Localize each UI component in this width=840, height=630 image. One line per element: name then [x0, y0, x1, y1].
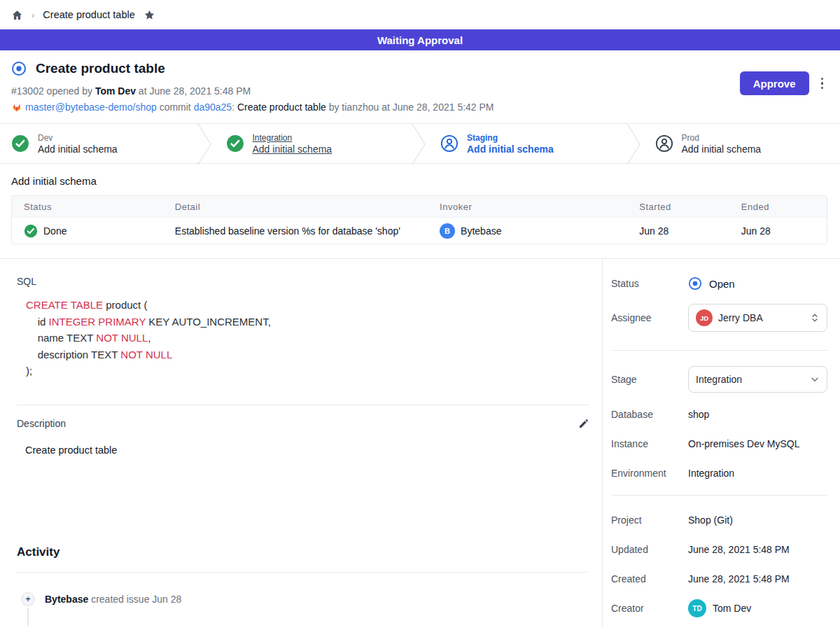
vcs-commit-hash-link[interactable]: da90a25: [194, 102, 232, 113]
environment-label: Environment: [611, 468, 688, 479]
sql-section-label: SQL: [17, 276, 589, 287]
home-icon[interactable]: [11, 9, 23, 21]
check-circle-icon: [11, 134, 29, 153]
stage-task-label: Add initial schema: [38, 144, 118, 155]
open-status-icon: [688, 276, 702, 290]
activity-title: Activity: [17, 545, 589, 559]
column-header-detail: Detail: [175, 202, 440, 212]
stage-staging[interactable]: Staging Add initial schema: [426, 124, 626, 163]
project-value: Shop (Git): [688, 514, 733, 526]
column-header-invoker: Invoker: [440, 202, 639, 212]
stage-select[interactable]: Integration: [688, 366, 827, 393]
description-label: Description: [17, 418, 66, 429]
divider: [611, 495, 827, 496]
column-header-ended: Ended: [741, 202, 827, 212]
creator-label: Creator: [611, 603, 688, 614]
task-status-text: Done: [43, 225, 66, 237]
created-label: Created: [611, 573, 688, 584]
stage-separator: [411, 124, 426, 164]
person-circle-icon: [655, 134, 673, 153]
approve-button[interactable]: Approve: [740, 71, 809, 95]
issue-sidebar: Status Open Assignee JD Jerry DBA Stage …: [602, 259, 840, 626]
vcs-colon: :: [232, 102, 237, 113]
stage-env-label: Dev: [38, 133, 118, 143]
plus-icon: +: [21, 592, 35, 606]
edit-pencil-icon[interactable]: [578, 418, 589, 429]
approval-banner-text: Waiting Approval: [377, 34, 463, 46]
done-check-icon: [24, 224, 38, 238]
status-label: Status: [611, 278, 688, 289]
task-detail-text: Established baseline version %s for data…: [175, 225, 440, 237]
stage-integration[interactable]: Integration Add initial schema: [212, 124, 412, 163]
stage-env-label: Prod: [682, 133, 762, 143]
description-text: Create product table: [17, 444, 589, 456]
created-value: June 28, 2021 5:48 PM: [688, 573, 790, 584]
vcs-branch-repo-link[interactable]: master@bytebase-demo/shop: [25, 102, 157, 113]
vcs-commit-word: commit: [157, 102, 194, 113]
stage-separator: [197, 124, 212, 164]
status-value-text: Open: [709, 278, 735, 290]
issue-meta: #13002 opened by Tom Dev at June 28, 202…: [11, 85, 829, 97]
updated-label: Updated: [611, 544, 688, 555]
person-circle-icon: [440, 134, 458, 153]
check-circle-icon: [226, 134, 244, 153]
gitlab-icon: [11, 102, 22, 113]
divider: [611, 350, 827, 351]
database-value: shop: [688, 409, 709, 420]
task-section: Add initial schema Status Detail Invoker…: [0, 164, 840, 244]
activity-action: created issue Jun 28: [88, 594, 181, 605]
breadcrumb-page-link[interactable]: Create product table: [43, 9, 134, 20]
creator-value-text: Tom Dev: [713, 603, 751, 614]
star-icon[interactable]: [144, 9, 155, 21]
assignee-label: Assignee: [611, 312, 688, 323]
database-label: Database: [611, 409, 688, 420]
column-header-status: Status: [12, 202, 175, 212]
stage-dev[interactable]: Dev Add initial schema: [0, 124, 197, 163]
more-actions-button[interactable]: [820, 75, 825, 92]
sql-code: CREATE TABLE product ( id INTEGER PRIMAR…: [17, 297, 589, 379]
issue-header: Create product table #13002 opened by To…: [0, 50, 840, 113]
updown-chevron-icon: [810, 313, 820, 323]
task-invoker-text: Bytebase: [461, 225, 501, 237]
environment-value: Integration: [688, 468, 734, 479]
stage-task-link[interactable]: Add initial schema: [253, 144, 332, 155]
issue-body: SQL CREATE TABLE product ( id INTEGER PR…: [0, 259, 602, 626]
column-header-started: Started: [639, 202, 741, 212]
stage-task-label: Add initial schema: [467, 144, 554, 155]
stage-label: Stage: [611, 374, 688, 385]
activity-actor: Bytebase: [45, 594, 88, 605]
creator-avatar: TD: [688, 599, 706, 617]
stage-task-label: Add initial schema: [682, 144, 762, 155]
task-started-text: Jun 28: [639, 225, 741, 237]
task-table: Status Detail Invoker Started Ended Done…: [11, 195, 827, 244]
stage-value-text: Integration: [696, 374, 804, 385]
issue-meta-prefix: #13002 opened by: [11, 85, 95, 97]
vcs-commit-suffix: by tianzhou at June 28, 2021 5:42 PM: [326, 102, 494, 113]
page-title: Create product table: [36, 61, 165, 76]
chevron-right-icon: ›: [31, 10, 34, 20]
breadcrumb: › Create product table: [0, 0, 840, 29]
bytebase-avatar: B: [440, 223, 455, 239]
vcs-commit-message: Create product table: [237, 102, 326, 113]
assignee-avatar: JD: [696, 309, 713, 326]
assignee-select[interactable]: JD Jerry DBA: [688, 304, 827, 332]
task-table-header: Status Detail Invoker Started Ended: [12, 196, 827, 217]
table-row[interactable]: Done Established baseline version %s for…: [12, 217, 827, 244]
divider: [17, 572, 589, 573]
stage-separator: [626, 124, 641, 164]
issue-open-icon: [11, 61, 27, 76]
pipeline-stage-bar: Dev Add initial schema Integration Add i…: [0, 123, 840, 164]
stage-env-label: Staging: [467, 133, 554, 143]
project-label: Project: [611, 514, 688, 526]
instance-label: Instance: [611, 438, 688, 449]
chevron-down-icon: [810, 374, 820, 384]
instance-value: On-premises Dev MySQL: [688, 438, 799, 449]
stage-env-link[interactable]: Integration: [253, 133, 332, 143]
stage-prod[interactable]: Prod Add initial schema: [641, 124, 840, 163]
issue-author: Tom Dev: [95, 85, 136, 97]
activity-timeline-line: [27, 608, 29, 626]
assignee-value-text: Jerry DBA: [718, 312, 804, 323]
vcs-commit-line: master@bytebase-demo/shop commit da90a25…: [11, 102, 829, 113]
task-ended-text: Jun 28: [741, 225, 827, 237]
updated-value: June 28, 2021 5:48 PM: [688, 544, 790, 555]
